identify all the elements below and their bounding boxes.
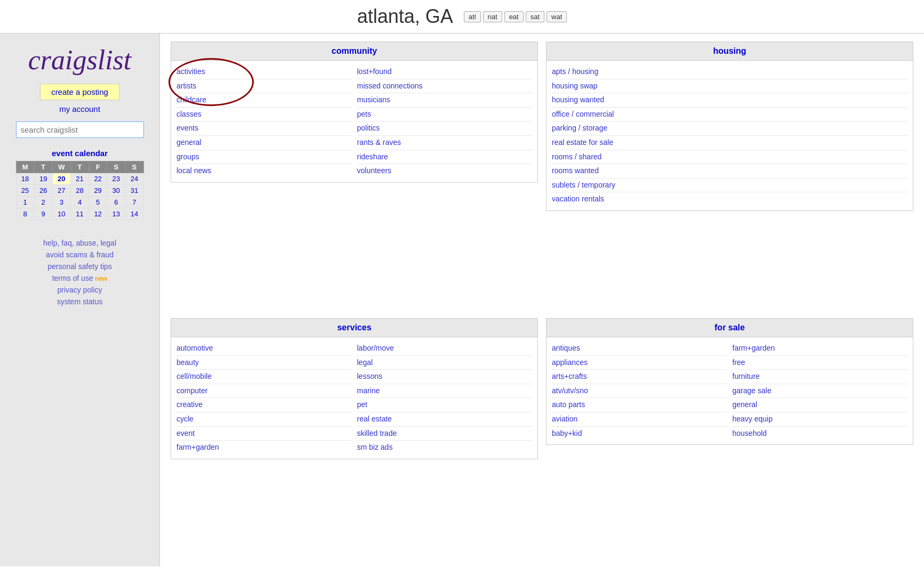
section-link[interactable]: real estate: [357, 412, 533, 427]
city-tab-atl[interactable]: atl: [464, 11, 481, 22]
section-link[interactable]: marine: [357, 384, 533, 399]
section-link[interactable]: artists: [176, 79, 352, 94]
section-link[interactable]: housing swap: [552, 79, 907, 94]
cal-day[interactable]: 28: [70, 185, 89, 197]
section-link[interactable]: automotive: [176, 342, 352, 356]
section-link[interactable]: general: [176, 136, 352, 150]
section-link[interactable]: computer: [176, 384, 352, 399]
cal-day[interactable]: 2: [34, 197, 52, 208]
section-link[interactable]: real estate for sale: [552, 136, 907, 150]
section-link[interactable]: office / commercial: [552, 108, 907, 122]
section-link[interactable]: rooms / shared: [552, 150, 907, 165]
cal-day[interactable]: 20: [52, 173, 70, 185]
cal-day[interactable]: 31: [125, 185, 143, 197]
section-link[interactable]: skilled trade: [357, 427, 533, 441]
section-link[interactable]: classes: [176, 108, 352, 122]
section-link[interactable]: sm biz ads: [357, 441, 533, 455]
city-tab-sat[interactable]: sat: [526, 11, 544, 22]
section-link[interactable]: antiques: [552, 342, 727, 356]
section-link[interactable]: free: [733, 356, 908, 370]
cal-day[interactable]: 4: [70, 197, 89, 208]
section-link[interactable]: sublets / temporary: [552, 179, 907, 193]
section-link[interactable]: farm+garden: [733, 342, 908, 356]
cal-day[interactable]: 8: [16, 208, 34, 220]
cal-day[interactable]: 14: [125, 208, 143, 220]
cal-day[interactable]: 3: [52, 197, 70, 208]
my-account-link[interactable]: my account: [59, 104, 100, 113]
section-link[interactable]: events: [176, 121, 352, 136]
cal-day[interactable]: 26: [34, 185, 52, 197]
section-link[interactable]: cycle: [176, 412, 352, 427]
create-posting-button[interactable]: create a posting: [40, 84, 119, 100]
city-tab-nat[interactable]: nat: [483, 11, 502, 22]
cal-day[interactable]: 12: [89, 208, 107, 220]
section-link[interactable]: groups: [176, 150, 352, 165]
section-link[interactable]: beauty: [176, 356, 352, 370]
section-link[interactable]: baby+kid: [552, 427, 727, 441]
section-link[interactable]: creative: [176, 398, 352, 412]
section-link[interactable]: housing wanted: [552, 93, 907, 108]
section-link[interactable]: event: [176, 427, 352, 441]
cal-day[interactable]: 10: [52, 208, 70, 220]
sidebar-footer-link[interactable]: terms of use new: [52, 274, 108, 282]
section-link[interactable]: labor/move: [357, 342, 533, 356]
section-link[interactable]: volunteers: [357, 164, 533, 178]
section-link[interactable]: lost+found: [357, 65, 533, 79]
cal-day[interactable]: 11: [70, 208, 89, 220]
cal-day[interactable]: 23: [107, 173, 125, 185]
section-link[interactable]: auto parts: [552, 398, 727, 412]
cal-day[interactable]: 6: [107, 197, 125, 208]
section-link[interactable]: heavy equip: [733, 412, 908, 427]
sidebar-footer-link[interactable]: help, faq, abuse, legal: [43, 239, 116, 247]
section-link[interactable]: lessons: [357, 370, 533, 384]
section-link[interactable]: musicians: [357, 93, 533, 108]
section-link[interactable]: farm+garden: [176, 441, 352, 455]
sidebar-footer-link[interactable]: privacy policy: [57, 286, 102, 294]
cal-day[interactable]: 9: [34, 208, 52, 220]
section-link[interactable]: activities: [176, 65, 352, 79]
section-link[interactable]: appliances: [552, 356, 727, 370]
section-link[interactable]: apts / housing: [552, 65, 907, 79]
city-tab-eat[interactable]: eat: [504, 11, 524, 22]
section-link[interactable]: local news: [176, 164, 352, 178]
section-link[interactable]: pets: [357, 108, 533, 122]
cal-day[interactable]: 19: [34, 173, 52, 185]
cal-day[interactable]: 5: [89, 197, 107, 208]
section-link[interactable]: garage sale: [733, 384, 908, 399]
cal-day[interactable]: 18: [16, 173, 34, 185]
calendar-title: event calendar: [16, 149, 144, 158]
cal-day[interactable]: 30: [107, 185, 125, 197]
section-link[interactable]: arts+crafts: [552, 370, 727, 384]
sidebar-footer-link[interactable]: personal safety tips: [47, 262, 112, 271]
section-link[interactable]: legal: [357, 356, 533, 370]
section-link[interactable]: missed connections: [357, 79, 533, 94]
city-tab-wat[interactable]: wat: [547, 11, 567, 22]
section-link[interactable]: vacation rentals: [552, 192, 907, 206]
section-link[interactable]: rideshare: [357, 150, 533, 165]
cal-day[interactable]: 29: [89, 185, 107, 197]
section-link[interactable]: rooms wanted: [552, 164, 907, 179]
search-input[interactable]: [16, 121, 144, 138]
section-link[interactable]: childcare: [176, 93, 352, 108]
section-link[interactable]: atv/utv/sno: [552, 384, 727, 399]
housing-col1: apts / housinghousing swaphousing wanted…: [552, 65, 907, 206]
section-link[interactable]: cell/mobile: [176, 370, 352, 384]
cal-day[interactable]: 13: [107, 208, 125, 220]
sidebar-footer-link[interactable]: system status: [57, 297, 103, 306]
cal-day[interactable]: 25: [16, 185, 34, 197]
sidebar-footer-link[interactable]: avoid scams & fraud: [46, 250, 114, 259]
section-link[interactable]: general: [733, 398, 908, 412]
section-link[interactable]: politics: [357, 121, 533, 136]
section-link[interactable]: furniture: [733, 370, 908, 384]
cal-day[interactable]: 7: [125, 197, 143, 208]
cal-day[interactable]: 22: [89, 173, 107, 185]
section-link[interactable]: rants & raves: [357, 136, 533, 150]
section-link[interactable]: pet: [357, 398, 533, 412]
cal-day[interactable]: 27: [52, 185, 70, 197]
section-link[interactable]: aviation: [552, 412, 727, 427]
section-link[interactable]: parking / storage: [552, 121, 907, 136]
section-link[interactable]: household: [733, 427, 908, 441]
cal-day[interactable]: 1: [16, 197, 34, 208]
cal-day[interactable]: 21: [70, 173, 89, 185]
cal-day[interactable]: 24: [125, 173, 143, 185]
